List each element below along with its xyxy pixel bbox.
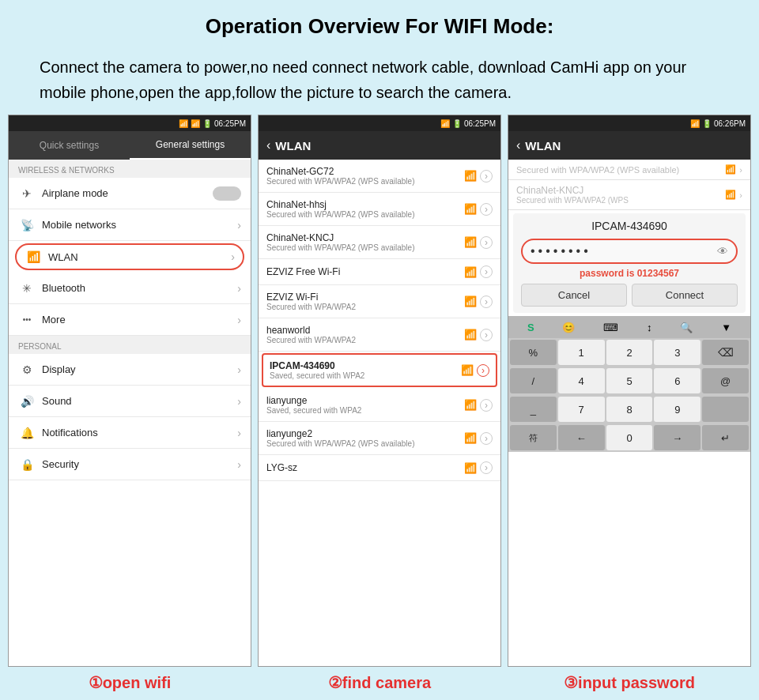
battery-icon: 🔋 (202, 119, 212, 128)
key-3[interactable]: 3 (654, 340, 700, 365)
key-left-arrow[interactable]: ← (558, 425, 605, 450)
key-at[interactable]: @ (702, 368, 749, 393)
key-9[interactable]: 9 (654, 397, 700, 422)
notifications-row[interactable]: 🔔 Notifications › (9, 417, 251, 449)
title-section: Operation Overview For WIFI Mode: (0, 0, 759, 47)
notif-chevron: › (237, 427, 241, 439)
personal-section-label: PERSONAL (9, 336, 251, 354)
display-icon: ⚙ (18, 363, 36, 376)
key-2[interactable]: 2 (606, 340, 653, 365)
kb-icon-down[interactable]: ▼ (721, 322, 731, 333)
chevron-n9: › (480, 461, 493, 474)
key-1[interactable]: 1 (558, 340, 605, 365)
wifi-icon-n4: 📶 (464, 295, 477, 307)
top-net-status-0: Secured with WPA/WPA2 (WPS available) (516, 165, 725, 175)
screenshot-open-wifi: 📶 📶 🔋 06:25PM Quick settings General set… (8, 115, 251, 667)
mobile-networks-row[interactable]: 📡 Mobile networks › (9, 209, 251, 241)
key-minus[interactable]: _ (510, 397, 557, 422)
wlan-title-3: WLAN (525, 139, 561, 152)
general-settings-tab[interactable]: General settings (130, 131, 251, 160)
time-1: 06:25PM (214, 119, 246, 128)
security-row[interactable]: 🔒 Security › (9, 449, 251, 480)
more-icon: ••• (18, 315, 36, 324)
chevron-top1: › (739, 190, 742, 200)
network-item-9[interactable]: LYG-sz 📶 › (259, 455, 500, 481)
key-empty (702, 397, 749, 422)
keyboard-row-4: 符 ← 0 → ↵ (508, 423, 750, 452)
display-chevron: › (237, 363, 241, 376)
network-item-5[interactable]: heanworld Secured with WPA/WPA2 📶 › (259, 318, 500, 352)
key-right-arrow[interactable]: → (654, 425, 700, 450)
screenshot-find-camera: 📶 🔋 06:25PM ‹ WLAN ChinaNet-GC72 Secured… (258, 115, 501, 667)
battery-icon-2: 🔋 (452, 119, 462, 128)
kb-icon-skype[interactable]: S (527, 322, 534, 333)
mobile-icon: 📡 (18, 219, 36, 231)
kb-icon-arrows[interactable]: ↕ (647, 322, 652, 333)
network-item-0[interactable]: ChinaNet-GC72 Secured with WPA/WPA2 (WPS… (259, 160, 500, 193)
key-percent[interactable]: % (510, 340, 557, 365)
connect-button[interactable]: Connect (632, 284, 738, 307)
time-3: 06:26PM (714, 119, 746, 128)
network-item-3[interactable]: EZVIZ Free Wi-Fi 📶 › (259, 259, 500, 285)
network-list: ChinaNet-GC72 Secured with WPA/WPA2 (WPS… (259, 160, 500, 481)
airplane-toggle[interactable] (213, 186, 241, 201)
network-item-2[interactable]: ChinaNet-KNCJ Secured with WPA/WPA2 (WPS… (259, 226, 500, 259)
sound-row[interactable]: 🔊 Sound › (9, 386, 251, 417)
network-item-8[interactable]: lianyunge2 Secured with WPA/WPA2 (WPS av… (259, 422, 500, 455)
key-fu[interactable]: 符 (510, 425, 557, 450)
cancel-button[interactable]: Cancel (521, 284, 627, 307)
network-item-7[interactable]: lianyunge Saved, secured with WPA2 📶 › (259, 389, 500, 422)
step-3-text: input password (578, 674, 695, 691)
step-1-num: ① (89, 674, 103, 691)
chevron-n3: › (480, 265, 493, 278)
wlan-row-highlighted[interactable]: 📶 WLAN › (15, 243, 244, 270)
key-backspace[interactable]: ⌫ (702, 340, 749, 365)
kb-icon-emoji[interactable]: 😊 (562, 322, 575, 333)
wireless-section-label: WIRELESS & NETWORKS (9, 160, 251, 178)
key-8[interactable]: 8 (606, 397, 653, 422)
key-5[interactable]: 5 (606, 368, 653, 393)
airplane-icon: ✈ (18, 187, 36, 200)
bluetooth-row[interactable]: ✳ Bluetooth › (9, 273, 251, 304)
key-7[interactable]: 7 (558, 397, 605, 422)
password-dots: •••••••• (531, 244, 717, 258)
wlan-header-3: ‹ WLAN (508, 131, 750, 160)
display-row[interactable]: ⚙ Display › (9, 354, 251, 386)
key-0[interactable]: 0 (606, 425, 653, 450)
wifi-icon-n3: 📶 (464, 266, 477, 278)
eye-icon[interactable]: 👁 (717, 245, 728, 258)
wlan-icon: 📶 (25, 250, 42, 263)
password-input-field[interactable]: •••••••• 👁 (521, 239, 738, 264)
chevron-n0: › (480, 170, 493, 183)
description-section: Connect the camera to power,no need conn… (0, 47, 759, 115)
password-dialog: IPCAM-434690 •••••••• 👁 password is 0123… (513, 213, 746, 313)
network-item-4[interactable]: EZVIZ Wi-Fi Secured with WPA/WPA2 📶 › (259, 285, 500, 318)
airplane-mode-row[interactable]: ✈ Airplane mode (9, 178, 251, 209)
top-net-name-1: ChinaNet-KNCJ (516, 185, 725, 196)
key-6[interactable]: 6 (654, 368, 700, 393)
key-enter[interactable]: ↵ (702, 425, 749, 450)
screenshot-input-password: 📶 🔋 06:26PM ‹ WLAN Secured with WPA/WPA2… (508, 115, 751, 667)
quick-settings-tab[interactable]: Quick settings (9, 131, 130, 160)
kb-icon-search[interactable]: 🔍 (680, 322, 693, 333)
top-network-0: Secured with WPA/WPA2 (WPS available) 📶 … (508, 160, 750, 180)
network-item-1[interactable]: ChinaNet-hhsj Secured with WPA/WPA2 (WPS… (259, 193, 500, 226)
wifi-icon-n1: 📶 (464, 203, 477, 215)
more-row[interactable]: ••• More › (9, 304, 251, 336)
screenshots-row: 📶 📶 🔋 06:25PM Quick settings General set… (0, 115, 759, 667)
back-arrow-3[interactable]: ‹ (516, 138, 520, 152)
bluetooth-icon: ✳ (18, 282, 36, 295)
password-hint-text: password is 01234567 (521, 268, 738, 279)
ipcam-network-item[interactable]: IPCAM-434690 Saved, secured with WPA2 📶 … (262, 353, 497, 387)
page-title: Operation Overview For WIFI Mode: (24, 14, 735, 39)
back-arrow-icon[interactable]: ‹ (266, 138, 270, 152)
kb-icon-keyboard[interactable]: ⌨ (603, 322, 618, 333)
chevron-top0: › (739, 165, 742, 175)
key-4[interactable]: 4 (558, 368, 605, 393)
wifi-icon-2: 📶 (440, 119, 450, 128)
wifi-icon-n0: 📶 (464, 170, 477, 182)
wifi-icon-ipcam: 📶 (461, 364, 474, 376)
step-label-2: ②find camera (258, 673, 501, 692)
key-slash[interactable]: / (510, 368, 557, 393)
more-chevron-icon: › (237, 314, 241, 326)
